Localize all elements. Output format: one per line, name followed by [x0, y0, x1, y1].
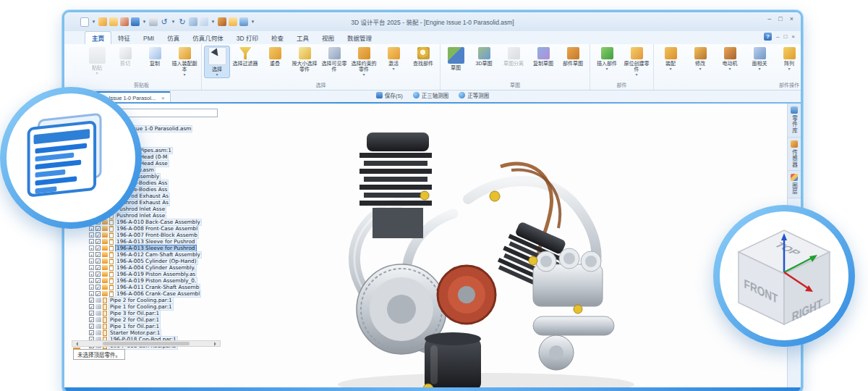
overlap-button[interactable]: 重叠 [260, 46, 289, 68]
attach-icon[interactable] [120, 17, 129, 26]
new-from-template-icon[interactable] [98, 17, 107, 26]
doc-restore-icon[interactable]: □ [783, 33, 787, 40]
view-dimetric-button[interactable]: 正等测图 [459, 91, 489, 99]
checkbox-icon[interactable]: ✓ [95, 272, 101, 277]
expand-icon[interactable]: + [89, 239, 94, 244]
expand-icon[interactable]: + [89, 232, 94, 237]
copy-sketch-button[interactable]: 复制草图 [529, 46, 558, 68]
new-icon[interactable] [80, 17, 89, 27]
filter-icon [239, 47, 252, 59]
insert-component-button[interactable]: 插入部件▾ [592, 46, 621, 72]
undo-dropdown-icon[interactable]: ▾ [171, 17, 176, 26]
tab-工具[interactable]: 工具 [290, 32, 315, 44]
ribbon-group: 装配▾修改▾电动机▾面相关▾阵列▾配置▾模式▾方向▾样式▾部件操作 [654, 44, 801, 90]
layers-icon [791, 174, 798, 181]
more-dropdown-icon[interactable]: ▾ [250, 17, 255, 26]
checkbox-icon[interactable]: ✓ [95, 226, 101, 231]
insert-copy-button[interactable]: 插入装配副本▾ [170, 46, 199, 78]
filter-button[interactable]: 选择过滤器 [231, 46, 260, 68]
checkbox-icon[interactable]: ✓ [95, 278, 101, 283]
restore-icon[interactable]: □ [778, 15, 782, 22]
tab-仿真[interactable]: 仿真 [161, 32, 186, 44]
view-cube[interactable]: TOP FRONT RIGHT [730, 222, 838, 330]
checkbox-icon[interactable]: ✓ [89, 317, 94, 322]
checkbox-icon[interactable]: ✓ [89, 324, 94, 329]
tab-特征[interactable]: 特征 [111, 32, 137, 44]
component-sketch-button[interactable]: 部件草图 [558, 46, 587, 68]
scroll-right-icon[interactable] [214, 342, 218, 346]
select-visible-button[interactable]: 选择可见零件 [320, 46, 349, 74]
expand-icon[interactable]: + [89, 226, 94, 231]
tab-视图[interactable]: 视图 [315, 32, 341, 44]
help-icon[interactable]: ? [764, 33, 772, 41]
checkbox-icon[interactable]: ✓ [89, 311, 94, 316]
save-button[interactable]: 保存(S) [376, 91, 403, 99]
doc-close-icon[interactable]: × [791, 33, 795, 40]
format-painter-icon[interactable] [218, 17, 226, 26]
side-tab-sensor[interactable]: 传感器 [788, 138, 801, 172]
checkbox-icon[interactable]: ✓ [95, 265, 101, 270]
expand-icon[interactable]: + [89, 272, 94, 277]
motor-button[interactable]: 电动机▾ [715, 46, 744, 72]
checkbox-icon[interactable]: ✓ [95, 245, 101, 251]
tab-仿真几何体[interactable]: 仿真几何体 [186, 32, 230, 44]
window-icon[interactable] [239, 17, 248, 26]
dropdown-icon[interactable]: ▾ [91, 17, 96, 26]
save-dropdown-icon[interactable]: ▾ [142, 17, 147, 26]
activate-button[interactable]: 激活▾ [379, 46, 408, 72]
copy-button[interactable]: 复制 [140, 46, 169, 68]
checkbox-icon[interactable]: ✓ [95, 285, 101, 290]
checkbox-icon[interactable]: ✓ [95, 239, 101, 244]
find-component-button[interactable]: 查找部件 [409, 46, 438, 68]
expand-icon[interactable]: + [89, 291, 94, 296]
checkbox-icon[interactable]: ✓ [95, 252, 101, 257]
doc-minimize-icon[interactable]: – [776, 33, 779, 40]
pattern-button[interactable]: 阵列▾ [775, 46, 801, 72]
graphics-viewport[interactable] [229, 104, 788, 387]
sketch-button[interactable]: 草图 [443, 46, 469, 72]
print-icon[interactable] [149, 17, 158, 26]
scroll-left-icon[interactable] [74, 342, 78, 346]
side-tab-layers[interactable]: 图层 [788, 171, 801, 198]
switch-icon[interactable] [189, 17, 197, 26]
tab-PMI[interactable]: PMI [137, 33, 161, 44]
minimize-icon[interactable]: – [767, 15, 771, 22]
expand-icon[interactable]: + [89, 258, 94, 264]
checkbox-icon[interactable]: ✓ [95, 291, 101, 296]
checkbox-icon[interactable]: ✓ [95, 232, 101, 237]
tree-horizontal-scrollbar[interactable] [72, 340, 221, 347]
scroll-thumb[interactable] [103, 342, 190, 345]
expand-icon[interactable]: + [89, 252, 94, 257]
checkbox-icon[interactable]: ✓ [89, 304, 94, 309]
modify-button[interactable]: 修改▾ [686, 46, 715, 72]
face-relate-button[interactable]: 面相关▾ [745, 46, 774, 72]
sketch3d-button[interactable]: 3D草图 [469, 46, 498, 68]
close-icon[interactable]: × [790, 15, 793, 22]
folder-icon[interactable] [229, 17, 237, 26]
save-icon[interactable] [131, 17, 140, 26]
redo-icon[interactable]: ↻ [178, 17, 187, 26]
assemble-button[interactable]: 装配▾ [656, 46, 685, 72]
cursor-button[interactable]: 选择▾ [204, 46, 230, 78]
open-icon[interactable] [109, 17, 118, 26]
tab-主页[interactable]: 主页 [85, 31, 111, 44]
checkbox-icon[interactable]: ✓ [89, 330, 94, 335]
checkbox-icon[interactable]: ✓ [95, 258, 101, 264]
checkbox-icon[interactable]: ✓ [89, 298, 94, 303]
view-isometric-button[interactable]: 正三轴测图 [413, 91, 449, 99]
tab-数据管理[interactable]: 数据管理 [341, 32, 378, 44]
expand-icon[interactable]: + [89, 285, 94, 290]
create-inplace-button[interactable]: 原位创建零件▾ [622, 46, 651, 78]
expand-icon[interactable]: + [89, 265, 94, 270]
expand-icon[interactable]: + [89, 245, 94, 251]
cursor-icon-small[interactable] [200, 17, 208, 26]
tab-检查[interactable]: 检查 [265, 32, 290, 44]
select-dropdown-icon[interactable]: ▾ [210, 17, 216, 26]
side-tab-library[interactable]: 零件库 [788, 104, 801, 138]
select-constrained-button[interactable]: 选择约束的零件▾ [349, 46, 378, 78]
tab-3D 打印[interactable]: 3D 打印 [230, 32, 265, 44]
select-size-button[interactable]: 按大小选择零件 [290, 46, 319, 74]
ribbon-button-label: 复制 [150, 61, 160, 67]
undo-icon[interactable]: ↺ [160, 17, 169, 26]
expand-icon[interactable]: + [89, 278, 94, 283]
